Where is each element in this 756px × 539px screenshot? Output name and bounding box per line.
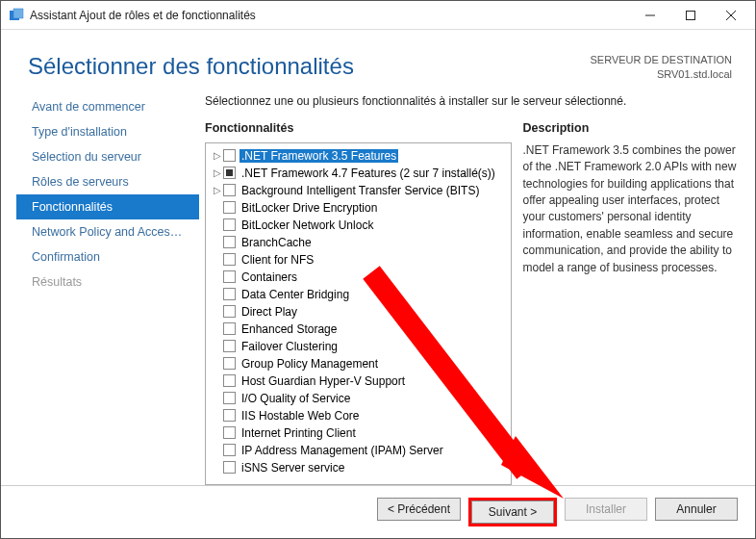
feature-item[interactable]: Internet Printing Client [210,424,509,442]
feature-checkbox[interactable] [223,305,236,318]
feature-checkbox[interactable] [223,201,236,214]
feature-checkbox[interactable] [223,322,236,335]
step-nps[interactable]: Network Policy and Acces… [16,219,199,244]
step-server-selection[interactable]: Sélection du serveur [16,144,199,169]
description-heading: Description [523,121,743,135]
feature-checkbox[interactable] [223,218,236,231]
feature-label: IP Address Management (IPAM) Server [239,444,445,457]
close-button[interactable] [711,2,751,29]
maximize-button[interactable] [670,2,711,29]
feature-item[interactable]: Data Center Bridging [210,286,509,303]
feature-item[interactable]: Direct Play [210,303,509,321]
feature-checkbox[interactable] [223,253,236,266]
feature-label: BranchCache [239,236,314,249]
feature-item[interactable]: IIS Hostable Web Core [210,407,509,424]
cancel-button[interactable]: Annuler [655,498,738,521]
feature-label: Containers [239,270,299,284]
feature-item[interactable]: iSNS Server service [210,459,509,476]
window-title: Assistant Ajout de rôles et de fonctionn… [30,9,630,22]
destination-server: SRV01.std.local [590,67,732,82]
feature-label: Direct Play [239,305,299,319]
feature-item[interactable]: Enhanced Storage [210,321,509,338]
step-before-begin[interactable]: Avant de commencer [16,94,199,119]
description-text: .NET Framework 3.5 combines the power of… [523,142,743,276]
feature-checkbox[interactable] [223,426,236,439]
feature-item[interactable]: IP Address Management (IPAM) Server [210,442,509,459]
feature-checkbox[interactable] [223,149,236,162]
steps-nav: Avant de commencer Type d'installation S… [16,90,199,485]
feature-label: iSNS Server service [239,461,346,475]
feature-label: IIS Hostable Web Core [239,409,362,423]
feature-checkbox[interactable] [223,357,236,370]
feature-label: Background Intelligent Transfer Service … [239,184,481,197]
feature-label: .NET Framework 4.7 Features (2 sur 7 ins… [239,167,497,180]
feature-label: Internet Printing Client [239,426,358,440]
intro-text: Sélectionnez une ou plusieurs fonctionna… [205,94,742,108]
feature-checkbox[interactable] [223,340,236,352]
feature-item[interactable]: ▷.NET Framework 3.5 Features [210,147,509,165]
feature-label: BitLocker Network Unlock [239,218,375,232]
feature-item[interactable]: I/O Quality of Service [210,390,509,407]
feature-label: Client for NFS [239,253,315,267]
feature-checkbox[interactable] [223,444,236,456]
feature-label: BitLocker Drive Encryption [239,201,379,215]
feature-label: Host Guardian Hyper-V Support [239,374,407,388]
feature-item[interactable]: BranchCache [210,234,509,251]
step-features[interactable]: Fonctionnalités [16,194,199,219]
feature-checkbox[interactable] [223,374,236,387]
svg-rect-3 [687,11,695,19]
feature-item[interactable]: Client for NFS [210,251,509,269]
feature-item[interactable]: ▷Background Intelligent Transfer Service… [210,182,509,199]
expand-icon[interactable]: ▷ [212,150,223,161]
feature-item[interactable]: BitLocker Network Unlock [210,217,509,234]
wizard-window: Assistant Ajout de rôles et de fonctionn… [0,0,756,539]
features-heading: Fonctionnalités [205,121,512,135]
feature-checkbox[interactable] [223,392,236,404]
feature-item[interactable]: Group Policy Management [210,355,509,372]
page-title: Sélectionner des fonctionnalités [28,53,590,83]
step-server-roles[interactable]: Rôles de serveurs [16,169,199,194]
feature-checkbox[interactable] [223,461,236,474]
feature-label: Data Center Bridging [239,288,351,301]
feature-item[interactable]: Containers [210,269,509,286]
next-button-highlight: Suivant > [468,498,557,526]
svg-rect-1 [13,9,23,18]
wizard-footer: < Précédent Suivant > Installer Annuler [1,485,755,538]
titlebar: Assistant Ajout de rôles et de fonctionn… [1,1,755,30]
expand-icon[interactable]: ▷ [212,167,223,178]
feature-checkbox[interactable] [223,270,236,283]
feature-label: Enhanced Storage [239,322,339,336]
step-confirmation[interactable]: Confirmation [16,244,199,270]
features-listbox[interactable]: ▷.NET Framework 3.5 Features▷.NET Framew… [205,142,512,485]
previous-button[interactable]: < Précédent [377,498,461,521]
feature-checkbox[interactable] [223,288,236,300]
feature-checkbox[interactable] [223,184,236,196]
feature-label: Group Policy Management [239,357,380,371]
app-icon [9,8,24,23]
destination-info: SERVEUR DE DESTINATION SRV01.std.local [590,53,732,83]
step-install-type[interactable]: Type d'installation [16,119,199,144]
expand-icon[interactable]: ▷ [212,185,223,195]
feature-item[interactable]: Host Guardian Hyper-V Support [210,372,509,390]
wizard-body: Avant de commencer Type d'installation S… [1,90,755,485]
feature-item[interactable]: ▷.NET Framework 4.7 Features (2 sur 7 in… [210,165,509,182]
feature-checkbox[interactable] [223,167,236,179]
wizard-header: Sélectionner des fonctionnalités SERVEUR… [1,30,755,90]
next-button[interactable]: Suivant > [471,500,554,524]
minimize-button[interactable] [630,2,670,29]
main-content: Sélectionnez une ou plusieurs fonctionna… [199,90,747,485]
feature-label: .NET Framework 3.5 Features [239,149,398,163]
feature-label: I/O Quality of Service [239,392,352,405]
feature-checkbox[interactable] [223,409,236,422]
feature-checkbox[interactable] [223,236,236,248]
step-results: Résultats [16,270,199,295]
feature-item[interactable]: Failover Clustering [210,338,509,355]
destination-label: SERVEUR DE DESTINATION [590,53,732,67]
window-controls [630,2,751,29]
install-button: Installer [565,498,647,521]
feature-label: Failover Clustering [239,340,340,353]
feature-item[interactable]: BitLocker Drive Encryption [210,199,509,217]
